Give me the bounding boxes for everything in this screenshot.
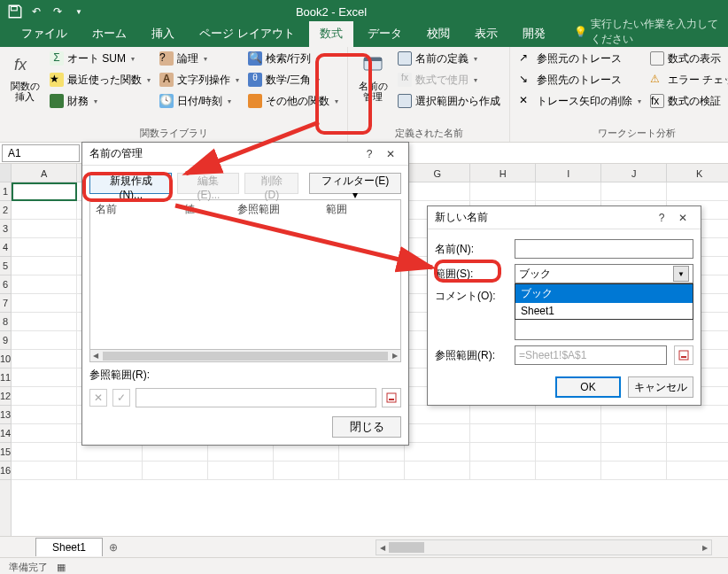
recent-fn-button[interactable]: ★最近使った関数▾ bbox=[46, 70, 154, 89]
cell[interactable] bbox=[12, 257, 77, 275]
filter-button[interactable]: フィルター(E) ▾ bbox=[309, 173, 401, 194]
cancel-button[interactable]: キャンセル bbox=[628, 376, 693, 398]
rowhdr-8[interactable]: 8 bbox=[0, 313, 11, 331]
tab-page-layout[interactable]: ページ レイアウト bbox=[189, 21, 306, 47]
colhdr-G[interactable]: G bbox=[405, 164, 470, 182]
cell[interactable] bbox=[470, 406, 536, 424]
cell[interactable] bbox=[274, 443, 339, 462]
rowhdr-5[interactable]: 5 bbox=[0, 257, 11, 275]
cell[interactable] bbox=[12, 424, 77, 443]
new-name-button[interactable]: 新規作成(N)... bbox=[89, 173, 172, 194]
ok-button[interactable]: OK bbox=[555, 376, 621, 398]
rowhdr-9[interactable]: 9 bbox=[0, 331, 11, 350]
cell[interactable] bbox=[12, 220, 77, 238]
cell[interactable] bbox=[667, 424, 728, 443]
scroll-right-icon[interactable]: ▶ bbox=[699, 541, 711, 554]
scroll-left-icon[interactable]: ◀ bbox=[376, 541, 389, 554]
tab-view[interactable]: 表示 bbox=[464, 21, 508, 47]
cell[interactable] bbox=[470, 443, 536, 462]
cell[interactable] bbox=[536, 406, 601, 424]
col-scope[interactable]: 範囲 bbox=[321, 200, 400, 220]
financial-button[interactable]: 財務▾ bbox=[46, 91, 154, 111]
new-sheet-button[interactable]: ⊕ bbox=[105, 539, 122, 556]
accept-ref-icon[interactable]: ✓ bbox=[112, 389, 130, 407]
rowhdr-14[interactable]: 14 bbox=[0, 424, 11, 443]
cell[interactable] bbox=[405, 182, 470, 201]
name-input[interactable] bbox=[515, 239, 693, 259]
rowhdr-11[interactable]: 11 bbox=[0, 368, 11, 387]
cell[interactable] bbox=[667, 443, 728, 462]
cell[interactable] bbox=[536, 443, 601, 462]
cell[interactable] bbox=[536, 424, 601, 443]
horizontal-scrollbar[interactable]: ◀ ▶ bbox=[376, 539, 712, 555]
hscroll-right-icon[interactable]: ▶ bbox=[390, 352, 400, 360]
close-icon[interactable]: ✕ bbox=[380, 148, 401, 160]
cell[interactable] bbox=[405, 443, 470, 462]
rowhdr-10[interactable]: 10 bbox=[0, 350, 11, 368]
more-fn-button[interactable]: その他の関数▾ bbox=[244, 91, 342, 111]
qat-dropdown-icon[interactable]: ▼ bbox=[71, 4, 87, 19]
delete-name-button[interactable]: 削除(D) bbox=[244, 173, 298, 194]
rowhdr-3[interactable]: 3 bbox=[0, 220, 11, 238]
scope-option-sheet1[interactable]: Sheet1 bbox=[515, 303, 693, 319]
cell[interactable] bbox=[208, 443, 274, 462]
redo-icon[interactable]: ↷ bbox=[50, 4, 66, 19]
cell[interactable] bbox=[143, 443, 208, 462]
cell[interactable] bbox=[12, 350, 77, 368]
rowhdr-2[interactable]: 2 bbox=[0, 201, 11, 220]
cell[interactable] bbox=[470, 424, 536, 443]
cell[interactable] bbox=[536, 462, 601, 480]
define-name-button[interactable]: 名前の定義▾ bbox=[394, 49, 504, 68]
chevron-down-icon[interactable]: ▼ bbox=[673, 266, 689, 282]
trace-precedents-button[interactable]: ↗参照元のトレース bbox=[515, 49, 645, 68]
lookup-button[interactable]: 🔍検索/行列▾ bbox=[244, 49, 342, 68]
macro-record-icon[interactable]: ▦ bbox=[57, 562, 66, 573]
cancel-ref-icon[interactable]: ✕ bbox=[89, 389, 107, 407]
tell-me[interactable]: 💡 実行したい作業を入力してください bbox=[560, 17, 728, 47]
undo-icon[interactable]: ↶ bbox=[28, 4, 44, 19]
edit-name-button[interactable]: 編集(E)... bbox=[177, 173, 239, 194]
evaluate-formula-button[interactable]: fx数式の検証 bbox=[647, 91, 728, 111]
cell[interactable] bbox=[12, 182, 77, 201]
tab-data[interactable]: データ bbox=[357, 21, 413, 47]
remove-arrows-button[interactable]: ✕トレース矢印の削除▾ bbox=[515, 91, 645, 111]
show-formulas-button[interactable]: 数式の表示 bbox=[647, 49, 728, 68]
cell[interactable] bbox=[601, 443, 667, 462]
rowhdr-1[interactable]: 1 bbox=[0, 182, 11, 201]
cell[interactable] bbox=[601, 462, 667, 480]
trace-dependents-button[interactable]: ↘参照先のトレース bbox=[515, 70, 645, 89]
colhdr-I[interactable]: I bbox=[536, 164, 601, 182]
tab-insert[interactable]: 挿入 bbox=[141, 21, 185, 47]
cell[interactable] bbox=[470, 462, 536, 480]
close-button[interactable]: 閉じる bbox=[332, 416, 401, 438]
cell[interactable] bbox=[405, 406, 470, 424]
cell[interactable] bbox=[601, 406, 667, 424]
col-refers[interactable]: 参照範囲 bbox=[232, 200, 321, 220]
collapse-dialog-icon[interactable] bbox=[382, 388, 401, 407]
cell[interactable] bbox=[12, 294, 77, 313]
colhdr-A[interactable]: A bbox=[12, 164, 77, 182]
cell[interactable] bbox=[12, 313, 77, 331]
tab-review[interactable]: 校閲 bbox=[416, 21, 461, 47]
error-check-button[interactable]: ⚠エラー チェック▾ bbox=[647, 70, 728, 89]
cell[interactable] bbox=[274, 462, 339, 480]
close-icon[interactable]: ✕ bbox=[672, 212, 693, 224]
cell[interactable] bbox=[12, 387, 77, 406]
math-button[interactable]: θ数学/三角▾ bbox=[244, 70, 342, 89]
hscroll-left-icon[interactable]: ◀ bbox=[90, 352, 101, 360]
datetime-button[interactable]: 🕓日付/時刻▾ bbox=[156, 91, 243, 111]
cell[interactable] bbox=[12, 275, 77, 294]
help-icon[interactable]: ? bbox=[651, 212, 672, 224]
autosum-button[interactable]: Σオート SUM▾ bbox=[46, 49, 154, 68]
col-name[interactable]: 名前 bbox=[90, 200, 179, 220]
cell[interactable] bbox=[12, 201, 77, 220]
refers-to-input[interactable] bbox=[136, 388, 376, 407]
cell[interactable] bbox=[12, 368, 77, 387]
cell[interactable] bbox=[601, 182, 667, 201]
insert-function-button[interactable]: fx 関数の挿入 bbox=[5, 49, 44, 114]
rowhdr-7[interactable]: 7 bbox=[0, 294, 11, 313]
cell[interactable] bbox=[405, 462, 470, 480]
sheet-tab-sheet1[interactable]: Sheet1 bbox=[35, 538, 103, 556]
cell[interactable] bbox=[667, 406, 728, 424]
logical-button[interactable]: ?論理▾ bbox=[156, 49, 243, 68]
